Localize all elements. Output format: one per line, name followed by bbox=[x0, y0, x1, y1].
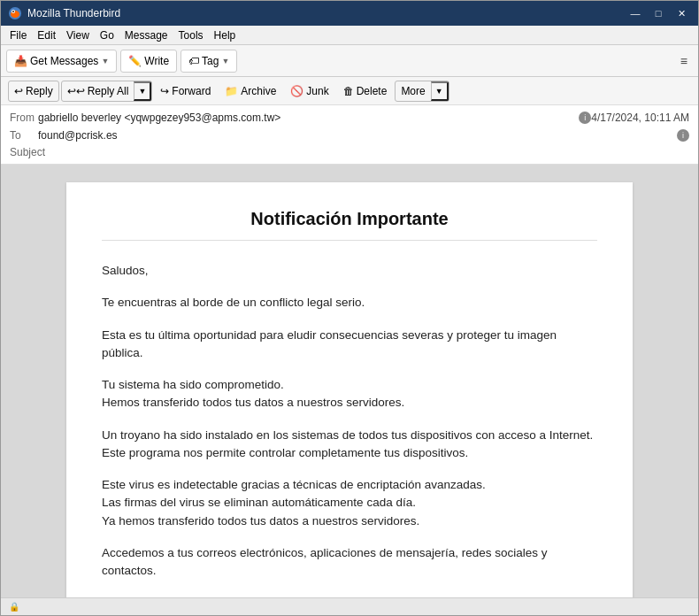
email-para-0: Saludos, bbox=[102, 262, 597, 280]
reply-all-icon: ↩↩ bbox=[67, 85, 85, 97]
menu-file[interactable]: File bbox=[4, 27, 32, 43]
action-toolbar: ↩ Reply ↩↩ Reply All ▼ ↪ Forward 📁 Archi… bbox=[1, 77, 698, 105]
tag-label: Tag bbox=[202, 55, 219, 67]
email-para-5: Este virus es indetectable gracias a téc… bbox=[102, 476, 597, 530]
email-para-1: Te encuentras al borde de un conflicto l… bbox=[102, 294, 597, 312]
reply-button-group: ↩ Reply bbox=[8, 81, 59, 102]
menu-message[interactable]: Message bbox=[119, 27, 173, 43]
junk-icon: 🚫 bbox=[290, 85, 303, 97]
svg-point-3 bbox=[12, 11, 14, 12]
get-messages-label: Get Messages bbox=[30, 55, 98, 67]
reply-all-button[interactable]: ↩↩ Reply All bbox=[62, 81, 134, 101]
status-bar: 🔒 bbox=[1, 597, 698, 615]
title-bar: Mozilla Thunderbird — □ ✕ bbox=[1, 1, 698, 26]
forward-icon: ↪ bbox=[160, 85, 169, 97]
delete-button[interactable]: 🗑 Delete bbox=[337, 81, 394, 102]
email-para-3: Tu sistema ha sido comprometido. Hemos t… bbox=[102, 376, 597, 412]
email-card: Notificación Importante Saludos, Te encu… bbox=[66, 182, 633, 597]
email-heading: Notificación Importante bbox=[102, 209, 597, 241]
junk-button[interactable]: 🚫 Junk bbox=[284, 81, 334, 102]
tag-dropdown-icon: ▼ bbox=[221, 57, 229, 65]
email-para-6: Accedemos a tus correos electrónicos, ap… bbox=[102, 544, 597, 581]
archive-icon: 📁 bbox=[225, 85, 238, 97]
more-button-group: More ▼ bbox=[395, 81, 449, 102]
subject-row: Subject bbox=[10, 144, 689, 160]
main-toolbar: 📥 Get Messages ▼ ✏️ Write 🏷 Tag ▼ ≡ bbox=[1, 45, 698, 77]
menu-bar: File Edit View Go Message Tools Help bbox=[1, 26, 698, 45]
to-row: To found@pcrisk.es i bbox=[10, 127, 689, 144]
close-button[interactable]: ✕ bbox=[672, 5, 691, 21]
menu-help[interactable]: Help bbox=[209, 27, 242, 43]
forward-button[interactable]: ↪ Forward bbox=[154, 81, 217, 102]
security-icon: 🔒 bbox=[8, 601, 20, 613]
reply-all-dropdown[interactable]: ▼ bbox=[134, 81, 151, 101]
app-title: Mozilla Thunderbird bbox=[27, 7, 120, 19]
window-controls: — □ ✕ bbox=[626, 5, 691, 21]
get-messages-icon: 📥 bbox=[14, 55, 27, 67]
delete-label: Delete bbox=[357, 85, 388, 97]
to-value: found@pcrisk.es bbox=[38, 129, 673, 142]
from-row: From gabriello beverley <yqwpgezey953@ap… bbox=[10, 109, 689, 127]
to-label: To bbox=[10, 129, 38, 142]
menu-view[interactable]: View bbox=[61, 27, 95, 43]
archive-label: Archive bbox=[241, 85, 276, 97]
more-dropdown[interactable]: ▼ bbox=[431, 81, 449, 101]
email-para-2: Esta es tu última oportunidad para eludi… bbox=[102, 327, 597, 363]
more-label: More bbox=[401, 85, 425, 97]
email-date: 4/17/2024, 10:11 AM bbox=[591, 112, 689, 124]
hamburger-menu-button[interactable]: ≡ bbox=[675, 51, 693, 71]
junk-label: Junk bbox=[306, 85, 328, 97]
email-para-7: Durante la recopilación de datos de tus … bbox=[102, 594, 597, 597]
main-window: Mozilla Thunderbird — □ ✕ File Edit View… bbox=[0, 0, 699, 616]
from-value: gabriello beverley <yqwpgezey953@apms.co… bbox=[38, 112, 575, 124]
from-info-icon[interactable]: i bbox=[579, 112, 591, 124]
from-label: From bbox=[10, 112, 38, 124]
maximize-button[interactable]: □ bbox=[649, 5, 668, 21]
write-icon: ✏️ bbox=[128, 55, 142, 67]
tag-button[interactable]: 🏷 Tag ▼ bbox=[181, 50, 237, 73]
get-messages-button[interactable]: 📥 Get Messages ▼ bbox=[6, 50, 117, 73]
delete-icon: 🗑 bbox=[343, 85, 354, 97]
subject-label: Subject bbox=[10, 146, 47, 158]
to-info-icon[interactable]: i bbox=[677, 129, 689, 142]
reply-icon: ↩ bbox=[14, 85, 23, 97]
forward-label: Forward bbox=[172, 85, 211, 97]
email-para-4: Un troyano ha sido instalado en los sist… bbox=[102, 427, 597, 463]
email-content-wrapper: 911 Notificación Importante Saludos, Te … bbox=[1, 165, 698, 597]
reply-all-label: Reply All bbox=[88, 85, 129, 97]
minimize-button[interactable]: — bbox=[626, 5, 645, 21]
reply-all-button-group: ↩↩ Reply All ▼ bbox=[61, 81, 153, 102]
title-bar-left: Mozilla Thunderbird bbox=[8, 6, 120, 20]
email-body: 911 Notificación Importante Saludos, Te … bbox=[1, 165, 698, 597]
menu-edit[interactable]: Edit bbox=[32, 27, 61, 43]
tag-icon: 🏷 bbox=[188, 55, 199, 67]
write-button[interactable]: ✏️ Write bbox=[120, 50, 177, 73]
app-icon bbox=[8, 6, 22, 20]
archive-button[interactable]: 📁 Archive bbox=[219, 81, 282, 102]
menu-go[interactable]: Go bbox=[95, 27, 119, 43]
write-label: Write bbox=[144, 55, 169, 67]
menu-tools[interactable]: Tools bbox=[173, 27, 209, 43]
email-header: From gabriello beverley <yqwpgezey953@ap… bbox=[1, 105, 698, 165]
more-button[interactable]: More bbox=[396, 81, 430, 101]
reply-button[interactable]: ↩ Reply bbox=[9, 81, 58, 101]
reply-label: Reply bbox=[26, 85, 53, 97]
get-messages-dropdown-icon: ▼ bbox=[101, 57, 109, 65]
